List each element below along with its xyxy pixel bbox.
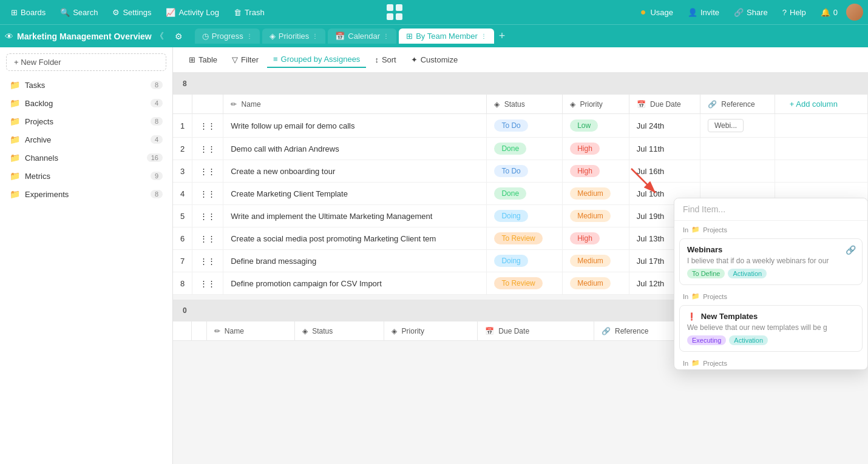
drag-handle[interactable]: ⋮⋮ [192, 138, 223, 160]
row-name[interactable]: Create Marketing Client Template [223, 183, 487, 205]
nav-trash[interactable]: 🗑 Trash [228, 5, 271, 19]
sort-btn[interactable]: ↕ Sort [368, 52, 402, 67]
nav-share[interactable]: 🔗 Share [728, 5, 774, 19]
drag-handle[interactable]: ⋮⋮ [192, 183, 223, 205]
sidebar-item-channels[interactable]: 📁 Channels 16 [0, 149, 172, 167]
reference-btn[interactable]: Webi... [708, 119, 744, 132]
tab-byteam[interactable]: ⊞ By Team Member ⋮ [399, 29, 494, 44]
grouped-by-btn[interactable]: ≡ Grouped by Assignees [267, 52, 366, 68]
status-badge[interactable]: To Do [494, 119, 527, 132]
row-name[interactable]: Define promotion campaign for CSV Import [223, 272, 487, 295]
row-name[interactable]: Create a new onboarding tour [223, 160, 487, 183]
tab-calendar[interactable]: 📅 Calendar ⋮ [328, 29, 396, 44]
row-priority[interactable]: High [563, 160, 629, 183]
find-card-webinars[interactable]: Webinars I believe that if do a weekly w… [679, 238, 863, 285]
sidebar-item-tasks[interactable]: 📁 Tasks 8 [0, 76, 172, 94]
priority-badge[interactable]: High [570, 232, 600, 244]
priority-badge[interactable]: Medium [570, 277, 611, 289]
status-badge[interactable]: To Review [494, 232, 542, 244]
row-name[interactable]: Define brand messaging [223, 250, 487, 272]
sidebar-item-metrics[interactable]: 📁 Metrics 9 [0, 167, 172, 185]
find-item-input[interactable] [674, 198, 867, 221]
row-name[interactable]: Demo call with Adrian Andrews [223, 138, 487, 160]
drag-handle[interactable]: ⋮⋮ [192, 205, 223, 227]
row-name[interactable]: Write and implement the Ultimate Marketi… [223, 205, 487, 227]
col-reference: 🔗 Reference [700, 95, 775, 114]
progress-icon: ◷ [202, 32, 209, 41]
priority-badge[interactable]: High [570, 165, 600, 177]
nav-activity[interactable]: 📈 Activity Log [160, 5, 225, 19]
tag-activation-1: Activation [728, 269, 767, 278]
nav-search[interactable]: 🔍 Search [54, 5, 104, 19]
invite-label: Invite [700, 8, 719, 17]
status-badge[interactable]: To Review [494, 277, 542, 289]
nav-notifications[interactable]: 🔔 0 [815, 5, 844, 19]
row-status[interactable]: Doing [487, 250, 563, 272]
gear-view-btn[interactable]: ⚙ [170, 29, 188, 44]
tab-priorities[interactable]: ◈ Priorities ⋮ [262, 29, 326, 44]
row-status[interactable]: Doing [487, 205, 563, 227]
row-priority[interactable]: High [563, 138, 629, 160]
status-badge[interactable]: Done [494, 143, 526, 155]
drag-handle[interactable]: ⋮⋮ [192, 160, 223, 183]
sidebar-item-projects[interactable]: 📁 Projects 8 [0, 112, 172, 130]
find-card-new-templates[interactable]: ❗ New Templates We believe that our new … [679, 305, 863, 352]
add-column-btn[interactable]: + Add column [782, 99, 845, 109]
row-status[interactable]: Done [487, 183, 563, 205]
row-reference[interactable]: Webi... [700, 114, 775, 138]
sidebar-item-backlog[interactable]: 📁 Backlog 4 [0, 94, 172, 112]
sidebar-item-archive[interactable]: 📁 Archive 4 [0, 130, 172, 149]
add-view-btn[interactable]: + [494, 27, 510, 45]
drag-handle[interactable]: ⋮⋮ [192, 272, 223, 295]
row-number: 4 [173, 183, 192, 205]
folder-icon: 📁 [10, 80, 20, 90]
toolbar: ⊞ Table ▽ Filter ≡ Grouped by Assignees … [173, 47, 868, 73]
priority-badge[interactable]: High [570, 143, 600, 155]
collapse-btn[interactable]: 《 [152, 30, 168, 43]
group1-count: 8 [183, 79, 187, 88]
row-duedate: Jul 16th [629, 160, 700, 183]
nav-invite[interactable]: 👤 Invite [682, 5, 725, 19]
new-folder-button[interactable]: + New Folder [6, 53, 166, 71]
row-priority[interactable]: Medium [563, 183, 629, 205]
row-status[interactable]: To Review [487, 227, 563, 250]
nav-usage[interactable]: ● Usage [634, 4, 679, 20]
row-reference[interactable] [700, 138, 775, 160]
row-name[interactable]: Write follow up email for demo calls [223, 114, 487, 138]
status-badge[interactable]: Doing [494, 255, 527, 267]
row-status[interactable]: Done [487, 138, 563, 160]
priority-badge[interactable]: Medium [570, 255, 611, 267]
coin-icon: ● [640, 7, 646, 18]
row-status[interactable]: To Do [487, 114, 563, 138]
nav-boards[interactable]: ⊞ Boards [5, 5, 52, 19]
status-badge[interactable]: To Do [494, 165, 527, 177]
row-status[interactable]: To Do [487, 160, 563, 183]
customize-btn[interactable]: ✦ Customize [405, 52, 464, 67]
row-priority[interactable]: Medium [563, 250, 629, 272]
filter-btn[interactable]: ▽ Filter [226, 52, 265, 67]
row-name[interactable]: Create a social media post promoting Mar… [223, 227, 487, 250]
col-add[interactable]: + Add column [775, 95, 867, 114]
row-priority[interactable]: Low [563, 114, 629, 138]
drag-handle[interactable]: ⋮⋮ [192, 250, 223, 272]
drag-handle[interactable]: ⋮⋮ [192, 227, 223, 250]
table-view-btn[interactable]: ⊞ Table [183, 52, 223, 67]
row-priority[interactable]: Medium [563, 272, 629, 295]
priority-badge[interactable]: Low [570, 119, 598, 132]
status-badge[interactable]: Done [494, 187, 526, 200]
status-badge[interactable]: Doing [494, 210, 527, 222]
row-priority[interactable]: Medium [563, 205, 629, 227]
sidebar-item-experiments[interactable]: 📁 Experiments 8 [0, 185, 172, 203]
nav-help[interactable]: ? Help [776, 5, 812, 19]
row-status[interactable]: To Review [487, 272, 563, 295]
priority-badge[interactable]: Medium [570, 187, 611, 200]
priority-badge[interactable]: Medium [570, 210, 611, 222]
row-reference[interactable] [700, 160, 775, 183]
table-row: 2 ⋮⋮ Demo call with Adrian Andrews Done … [173, 138, 868, 160]
row-priority[interactable]: High [563, 227, 629, 250]
drag-handle[interactable]: ⋮⋮ [192, 114, 223, 138]
nav-settings[interactable]: ⚙ Settings [106, 5, 157, 19]
avatar[interactable] [846, 4, 863, 21]
row-number: 7 [173, 250, 192, 272]
tab-progress[interactable]: ◷ Progress ⋮ [195, 29, 260, 44]
